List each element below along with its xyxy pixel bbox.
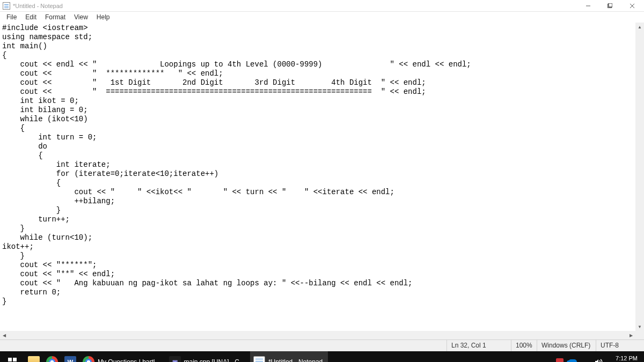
menu-format[interactable]: Format bbox=[41, 12, 70, 22]
text-editor[interactable]: #include <iostream> using namespace std;… bbox=[0, 23, 635, 331]
maximize-button[interactable] bbox=[599, 0, 620, 12]
taskbar-task-label: My Questions | bartl... bbox=[98, 358, 160, 362]
clock-time: 7:12 PM bbox=[611, 355, 638, 362]
status-encoding: UTF-8 bbox=[596, 340, 644, 351]
scroll-up-icon[interactable]: ▲ bbox=[635, 23, 644, 31]
svg-marker-12 bbox=[595, 359, 598, 362]
tray-app-icon[interactable] bbox=[555, 358, 564, 362]
status-zoom: 100% bbox=[511, 340, 537, 351]
notepad-icon bbox=[3, 2, 10, 10]
scroll-corner bbox=[635, 331, 644, 339]
scroll-left-icon[interactable]: ◀ bbox=[0, 331, 9, 339]
scroll-right-icon[interactable]: ▶ bbox=[627, 331, 635, 339]
menu-bar: File Edit Format View Help bbox=[0, 12, 644, 23]
tray-overflow-icon[interactable]: ︿ bbox=[543, 358, 551, 362]
menu-file[interactable]: File bbox=[2, 12, 21, 22]
taskbar-task-devcpp[interactable]: ▣ main.cpp [UNA] - C... bbox=[166, 351, 250, 362]
devcpp-icon: ▣ bbox=[169, 356, 181, 362]
menu-edit[interactable]: Edit bbox=[21, 12, 41, 22]
editor-area: #include <iostream> using namespace std;… bbox=[0, 23, 644, 339]
chrome-icon bbox=[83, 356, 94, 362]
taskbar-task-browser[interactable]: My Questions | bartl... bbox=[79, 351, 166, 362]
scroll-down-icon[interactable]: ▼ bbox=[635, 322, 644, 331]
taskbar: W My Questions | bartl... ▣ main.cpp [UN… bbox=[0, 351, 644, 362]
minimize-button[interactable] bbox=[577, 0, 599, 12]
taskbar-file-explorer[interactable] bbox=[25, 351, 43, 362]
status-eol: Windows (CRLF) bbox=[537, 340, 596, 351]
svg-rect-6 bbox=[8, 358, 12, 361]
taskbar-clock[interactable]: 7:12 PM 5/16/2022 bbox=[607, 355, 642, 362]
status-bar: Ln 32, Col 1 100% Windows (CRLF) UTF-8 bbox=[0, 339, 644, 351]
close-button[interactable] bbox=[620, 0, 644, 12]
taskbar-word[interactable]: W bbox=[61, 351, 79, 362]
taskbar-task-notepad[interactable]: *Untitled - Notepad bbox=[250, 351, 328, 362]
svg-rect-2 bbox=[609, 3, 612, 7]
file-explorer-icon bbox=[28, 356, 40, 362]
network-icon[interactable] bbox=[581, 358, 590, 362]
taskbar-chrome[interactable] bbox=[43, 351, 61, 362]
word-icon: W bbox=[64, 356, 76, 362]
onedrive-icon[interactable] bbox=[568, 358, 577, 362]
volume-icon[interactable] bbox=[594, 358, 603, 362]
menu-help[interactable]: Help bbox=[92, 12, 114, 22]
chrome-icon bbox=[46, 356, 58, 362]
taskbar-task-label: main.cpp [UNA] - C... bbox=[184, 358, 245, 362]
horizontal-scrollbar[interactable]: ◀ ▶ bbox=[0, 331, 635, 339]
system-tray: ︿ 7:12 PM 5/16/2022 bbox=[543, 351, 644, 362]
window-title: *Untitled - Notepad bbox=[13, 3, 63, 9]
status-line-col: Ln 32, Col 1 bbox=[447, 340, 511, 351]
taskbar-task-label: *Untitled - Notepad bbox=[268, 358, 323, 362]
vertical-scrollbar[interactable]: ▲ ▼ bbox=[635, 23, 644, 331]
start-button[interactable] bbox=[0, 351, 25, 362]
menu-view[interactable]: View bbox=[70, 12, 92, 22]
notepad-icon bbox=[253, 356, 265, 362]
window-titlebar: *Untitled - Notepad bbox=[0, 0, 644, 12]
svg-rect-7 bbox=[13, 358, 17, 361]
